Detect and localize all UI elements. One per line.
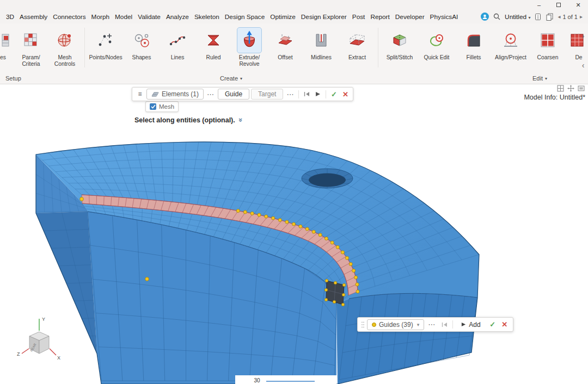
new-session-icon[interactable]	[535, 13, 542, 21]
menu-assembly[interactable]: Assembly	[17, 13, 50, 21]
ribbon-scroll-right[interactable]: ›	[579, 32, 587, 40]
menu-model[interactable]: Model	[112, 13, 135, 21]
menu-validate[interactable]: Validate	[135, 13, 163, 21]
tool-points-nodes[interactable]: Points/Nodes	[88, 28, 124, 61]
guide-point-icon	[372, 323, 376, 327]
account-icon[interactable]	[481, 13, 489, 21]
add-button[interactable]: Add	[456, 319, 485, 330]
menu-post[interactable]: Post	[350, 13, 368, 21]
tool-align-project[interactable]: Align/Project	[492, 28, 529, 61]
tool-coarsen[interactable]: Coarsen	[529, 28, 566, 61]
toolbar-menu-icon[interactable]: ≡	[135, 89, 145, 100]
menu-physicsai[interactable]: PhysicsAI	[427, 13, 461, 21]
play-icon[interactable]	[313, 89, 323, 100]
quick-edit-icon	[425, 28, 449, 53]
dimension-annotation: 30	[235, 375, 336, 384]
pager-prev-icon[interactable]: ◂	[558, 14, 560, 20]
tool-extract[interactable]: Extract	[339, 28, 375, 61]
guides-label: Guides (39)	[379, 321, 413, 329]
model-info: Model Info: Untitled*	[524, 94, 585, 101]
tool-shapes[interactable]: Shapes	[124, 28, 160, 61]
confirm-button[interactable]: ✓	[329, 89, 339, 100]
menu-connectors[interactable]: Connectors	[50, 13, 88, 21]
tool-lines[interactable]: Lines	[160, 28, 195, 61]
elements-collector[interactable]: Elements (1)	[146, 89, 204, 100]
tool-quick-edit[interactable]: Quick Edit	[418, 28, 455, 61]
group-label-setup[interactable]: Setup	[5, 75, 21, 82]
offset-icon	[273, 28, 297, 53]
view-layout-icon[interactable]	[557, 85, 564, 92]
tool-label: Extract	[348, 54, 366, 61]
confirm-button[interactable]: ✓	[488, 319, 498, 330]
status-instruction: Select along entities (optional). »	[134, 116, 243, 124]
view-cube[interactable]: REAR Y X Z	[17, 317, 60, 361]
menu-report[interactable]: Report	[367, 13, 392, 21]
dimension-label: 30	[254, 377, 260, 383]
menu-morph[interactable]: Morph	[89, 13, 112, 21]
group-label-create[interactable]: Create▾	[220, 75, 242, 82]
guides-selector[interactable]: Guides (39) ▾	[367, 319, 424, 330]
tool-split-stitch[interactable]: Split/Stitch	[381, 28, 418, 61]
tool-label: Lines	[171, 54, 185, 61]
fit-view-icon[interactable]	[567, 85, 574, 92]
menu-analyze[interactable]: Analyze	[163, 13, 192, 21]
align-project-icon	[499, 28, 523, 53]
menu-developer[interactable]: Developer	[393, 13, 427, 21]
tool-extrude-revolve[interactable]: Extrude/ Revolve	[231, 28, 267, 67]
mesh-label: Mesh	[159, 103, 174, 110]
cancel-button[interactable]: ✕	[340, 89, 350, 100]
tool-label: es	[0, 54, 6, 61]
skip-start-icon[interactable]	[302, 89, 311, 100]
tool-offset[interactable]: Offset	[267, 28, 303, 61]
search-icon[interactable]	[493, 13, 500, 20]
ribbon: es Param/ Criteria Mesh Controls Points/…	[0, 23, 588, 84]
divider	[452, 320, 453, 329]
maximize-button[interactable]	[549, 0, 568, 10]
viewport-controls	[557, 85, 585, 92]
split-stitch-icon	[388, 28, 412, 53]
maximize-view-icon[interactable]	[578, 85, 585, 92]
tool-mesh-controls[interactable]: Mesh Controls	[48, 28, 82, 67]
guide-button[interactable]: Guide	[218, 89, 249, 100]
menu-skeleton[interactable]: Skeleton	[192, 13, 222, 21]
elements-options-icon[interactable]: ⋯	[205, 89, 216, 100]
menu-design-space[interactable]: Design Space	[222, 13, 267, 21]
skip-start-icon[interactable]	[439, 319, 449, 330]
close-button[interactable]: ✕	[568, 0, 588, 10]
mesh-checkbox[interactable]	[150, 103, 156, 110]
midlines-icon	[309, 28, 333, 53]
outer-wall-face	[336, 293, 477, 384]
extract-icon	[345, 28, 369, 53]
tool-label: Offset	[278, 54, 292, 61]
tool-label: Mesh Controls	[48, 54, 82, 67]
points-nodes-icon	[94, 28, 118, 53]
mesh-filter-chip[interactable]: Mesh	[145, 101, 179, 112]
minimize-button[interactable]: –	[529, 0, 549, 10]
copy-session-icon[interactable]	[546, 13, 553, 21]
hole	[302, 169, 353, 188]
target-button[interactable]: Target	[251, 89, 283, 100]
menu-design-explorer[interactable]: Design Explorer	[298, 13, 350, 21]
cancel-button[interactable]: ✕	[500, 319, 510, 330]
tool-label: Quick Edit	[424, 54, 450, 61]
target-options-icon[interactable]: ⋯	[285, 89, 296, 100]
group-label-edit[interactable]: Edit▾	[532, 75, 547, 82]
ribbon-scroll-left[interactable]: ‹	[579, 61, 587, 70]
menu-3d[interactable]: 3D	[3, 13, 17, 21]
document-title[interactable]: Untitled ▾	[505, 13, 530, 21]
expand-chevrons-icon[interactable]: »	[237, 118, 245, 122]
tool-label: Param/ Criteria	[14, 54, 48, 67]
tool-param-criteria[interactable]: Param/ Criteria	[14, 28, 48, 67]
drag-handle-icon[interactable]	[361, 321, 365, 329]
pager-next-icon[interactable]: ▸	[580, 14, 583, 20]
tool-ruled[interactable]: Ruled	[195, 28, 231, 61]
tool-label: Shapes	[132, 54, 151, 61]
tool-fillets[interactable]: Fillets	[455, 28, 492, 61]
guides-options-icon[interactable]: ⋯	[426, 319, 437, 330]
session-pager: ◂ 1 of 1 ▸	[558, 14, 583, 20]
tool-cutoff-left[interactable]: es	[0, 28, 14, 61]
elements-icon	[151, 91, 159, 97]
lines-icon	[166, 28, 189, 53]
tool-midlines[interactable]: Midlines	[303, 28, 339, 61]
menu-optimize[interactable]: Optimize	[267, 13, 298, 21]
